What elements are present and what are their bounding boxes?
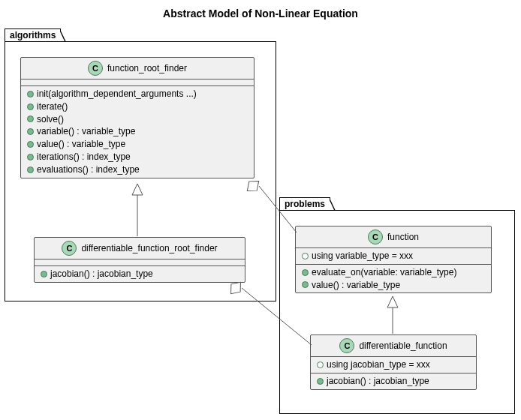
- diagram-title: Abstract Model of Non-Linear Equation: [0, 0, 521, 20]
- visibility-public-icon: [302, 269, 309, 276]
- class-header: C differentiable_function: [311, 335, 476, 357]
- package-label-problems: problems: [279, 197, 330, 210]
- class-name: function_root_finder: [107, 63, 187, 74]
- member: using variable_type = xxx: [296, 250, 491, 262]
- visibility-public-icon: [27, 91, 34, 98]
- visibility-public-icon: [317, 378, 324, 385]
- visibility-public-icon: [27, 141, 34, 148]
- visibility-public-icon: [41, 271, 47, 278]
- member: value() : variable_type: [21, 138, 254, 151]
- class-name: differentiable_function_root_finder: [81, 243, 217, 254]
- class-name: function: [387, 232, 419, 242]
- member: solve(): [21, 113, 254, 126]
- class-function-root-finder: C function_root_finder init(algorithm_de…: [20, 57, 254, 178]
- member: init(algorithm_dependent_arguments ...): [21, 88, 254, 100]
- member: variable() : variable_type: [21, 125, 254, 138]
- member: evaluate_on(variable: variable_type): [296, 266, 491, 279]
- member: evaluations() : index_type: [21, 164, 254, 176]
- class-differentiable-function: C differentiable_function using jacobian…: [310, 334, 477, 390]
- visibility-public-icon: [27, 166, 34, 173]
- member: iterations() : index_type: [21, 151, 254, 164]
- class-function: C function using variable_type = xxx eva…: [295, 226, 492, 293]
- class-header: C function: [296, 226, 491, 248]
- class-differentiable-function-root-finder: C differentiable_function_root_finder ja…: [34, 237, 245, 283]
- member: iterate(): [21, 100, 254, 113]
- member: using jacobian_type = xxx: [311, 358, 476, 371]
- visibility-public-icon: [27, 104, 34, 110]
- class-badge-icon: C: [368, 230, 383, 244]
- class-badge-icon: C: [62, 241, 77, 256]
- package-algorithms: algorithms C function_root_finder init(a…: [5, 41, 276, 302]
- class-badge-icon: C: [88, 61, 103, 76]
- class-name: differentiable_function: [359, 340, 447, 351]
- visibility-public-icon: [27, 154, 34, 160]
- class-header: C function_root_finder: [21, 58, 254, 80]
- member: value() : variable_type: [296, 279, 491, 292]
- class-badge-icon: C: [339, 338, 354, 353]
- visibility-public-icon: [27, 116, 34, 122]
- visibility-package-icon: [317, 362, 324, 368]
- package-problems: problems C function using variable_type …: [279, 210, 515, 414]
- visibility-public-icon: [27, 128, 34, 135]
- member: jacobian() : jacobian_type: [35, 268, 245, 280]
- visibility-package-icon: [302, 253, 309, 260]
- package-label-algorithms: algorithms: [5, 28, 61, 41]
- member: jacobian() : jacobian_type: [311, 375, 476, 388]
- visibility-public-icon: [302, 281, 309, 288]
- class-header: C differentiable_function_root_finder: [35, 238, 245, 260]
